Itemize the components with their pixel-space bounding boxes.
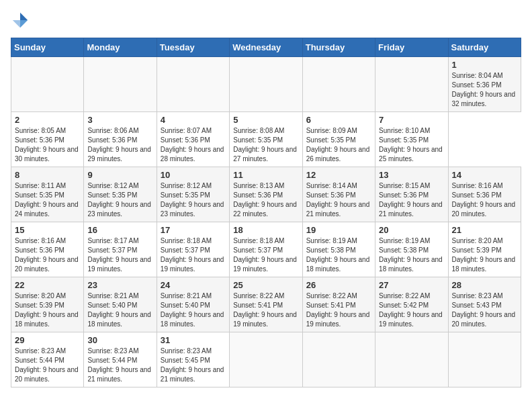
weekday-header: Wednesday [230, 38, 302, 57]
calendar-day-cell: 4Sunrise: 8:07 AMSunset: 5:36 PMDaylight… [157, 112, 229, 167]
day-number: 5 [233, 115, 298, 125]
calendar-day-cell: 13Sunrise: 8:15 AMSunset: 5:36 PMDayligh… [375, 167, 448, 222]
calendar-week-row: 15Sunrise: 8:16 AMSunset: 5:36 PMDayligh… [11, 222, 521, 277]
day-info: Sunrise: 8:10 AMSunset: 5:35 PMDaylight:… [379, 126, 444, 164]
calendar-day-cell: 26Sunrise: 8:22 AMSunset: 5:41 PMDayligh… [302, 277, 375, 332]
calendar-day-cell: 31Sunrise: 8:23 AMSunset: 5:45 PMDayligh… [157, 332, 229, 387]
calendar-day-cell: 20Sunrise: 8:19 AMSunset: 5:38 PMDayligh… [375, 222, 448, 277]
day-number: 26 [306, 280, 371, 290]
day-info: Sunrise: 8:19 AMSunset: 5:38 PMDaylight:… [379, 236, 444, 274]
day-number: 16 [87, 225, 152, 235]
day-number: 21 [452, 225, 517, 235]
day-info: Sunrise: 8:21 AMSunset: 5:40 PMDaylight:… [161, 291, 226, 329]
day-info: Sunrise: 8:14 AMSunset: 5:36 PMDaylight:… [306, 181, 371, 219]
weekday-header: Thursday [302, 38, 375, 57]
page-header [11, 11, 521, 30]
day-info: Sunrise: 8:12 AMSunset: 5:35 PMDaylight:… [87, 181, 152, 219]
weekday-header: Friday [375, 38, 448, 57]
day-number: 9 [87, 170, 152, 180]
logo [11, 11, 32, 30]
calendar-day-cell [11, 57, 84, 112]
calendar-day-cell: 12Sunrise: 8:14 AMSunset: 5:36 PMDayligh… [302, 167, 375, 222]
calendar-day-cell: 25Sunrise: 8:22 AMSunset: 5:41 PMDayligh… [230, 277, 302, 332]
calendar-day-cell [302, 332, 375, 387]
day-info: Sunrise: 8:19 AMSunset: 5:38 PMDaylight:… [306, 236, 371, 274]
calendar-day-cell [375, 332, 448, 387]
day-info: Sunrise: 8:09 AMSunset: 5:35 PMDaylight:… [306, 126, 371, 164]
calendar-day-cell [84, 57, 157, 112]
svg-marker-1 [20, 20, 28, 28]
calendar-body: 1Sunrise: 8:04 AMSunset: 5:36 PMDaylight… [11, 57, 521, 387]
day-info: Sunrise: 8:23 AMSunset: 5:44 PMDaylight:… [87, 347, 152, 384]
day-number: 6 [306, 115, 371, 125]
day-number: 3 [87, 115, 152, 125]
calendar-week-row: 2Sunrise: 8:05 AMSunset: 5:36 PMDaylight… [11, 112, 521, 167]
calendar-day-cell: 10Sunrise: 8:12 AMSunset: 5:35 PMDayligh… [157, 167, 229, 222]
day-info: Sunrise: 8:08 AMSunset: 5:35 PMDaylight:… [233, 126, 298, 164]
day-info: Sunrise: 8:21 AMSunset: 5:40 PMDaylight:… [87, 291, 152, 329]
calendar-day-cell [157, 57, 229, 112]
calendar-day-cell: 28Sunrise: 8:23 AMSunset: 5:43 PMDayligh… [448, 277, 521, 332]
day-info: Sunrise: 8:23 AMSunset: 5:43 PMDaylight:… [452, 291, 517, 329]
calendar-day-cell: 2Sunrise: 8:05 AMSunset: 5:36 PMDaylight… [11, 112, 84, 167]
calendar-day-cell: 9Sunrise: 8:12 AMSunset: 5:35 PMDaylight… [84, 167, 157, 222]
calendar-day-cell [448, 332, 521, 387]
calendar-day-cell: 30Sunrise: 8:23 AMSunset: 5:44 PMDayligh… [84, 332, 157, 387]
day-info: Sunrise: 8:23 AMSunset: 5:45 PMDaylight:… [161, 347, 226, 384]
calendar-day-cell: 5Sunrise: 8:08 AMSunset: 5:35 PMDaylight… [230, 112, 302, 167]
calendar-header-row: SundayMondayTuesdayWednesdayThursdayFrid… [11, 38, 521, 57]
calendar-day-cell: 16Sunrise: 8:17 AMSunset: 5:37 PMDayligh… [84, 222, 157, 277]
day-number: 4 [161, 115, 226, 125]
day-info: Sunrise: 8:20 AMSunset: 5:39 PMDaylight:… [15, 291, 80, 329]
day-info: Sunrise: 8:23 AMSunset: 5:44 PMDaylight:… [15, 347, 80, 384]
day-number: 14 [452, 170, 517, 180]
day-number: 10 [161, 170, 226, 180]
day-number: 18 [233, 225, 298, 235]
day-number: 31 [161, 335, 226, 345]
calendar-day-cell: 27Sunrise: 8:22 AMSunset: 5:42 PMDayligh… [375, 277, 448, 332]
day-info: Sunrise: 8:11 AMSunset: 5:35 PMDaylight:… [15, 181, 80, 219]
calendar-day-cell: 11Sunrise: 8:13 AMSunset: 5:36 PMDayligh… [230, 167, 302, 222]
day-number: 8 [15, 170, 80, 180]
day-number: 20 [379, 225, 444, 235]
calendar-day-cell [375, 57, 448, 112]
day-number: 19 [306, 225, 371, 235]
day-number: 23 [87, 280, 152, 290]
calendar-day-cell: 1Sunrise: 8:04 AMSunset: 5:36 PMDaylight… [448, 57, 521, 112]
calendar-day-cell [302, 57, 375, 112]
day-info: Sunrise: 8:04 AMSunset: 5:36 PMDaylight:… [452, 71, 517, 109]
calendar-week-row: 1Sunrise: 8:04 AMSunset: 5:36 PMDaylight… [11, 57, 521, 112]
svg-marker-2 [13, 20, 20, 28]
calendar-day-cell: 14Sunrise: 8:16 AMSunset: 5:36 PMDayligh… [448, 167, 521, 222]
calendar-table: SundayMondayTuesdayWednesdayThursdayFrid… [11, 38, 521, 387]
day-info: Sunrise: 8:05 AMSunset: 5:36 PMDaylight:… [15, 126, 80, 164]
day-number: 17 [161, 225, 226, 235]
day-info: Sunrise: 8:13 AMSunset: 5:36 PMDaylight:… [233, 181, 298, 219]
calendar-day-cell: 3Sunrise: 8:06 AMSunset: 5:36 PMDaylight… [84, 112, 157, 167]
day-info: Sunrise: 8:17 AMSunset: 5:37 PMDaylight:… [87, 236, 152, 274]
calendar-week-row: 8Sunrise: 8:11 AMSunset: 5:35 PMDaylight… [11, 167, 521, 222]
day-number: 29 [15, 335, 80, 345]
day-number: 28 [452, 280, 517, 290]
calendar-day-cell: 22Sunrise: 8:20 AMSunset: 5:39 PMDayligh… [11, 277, 84, 332]
day-info: Sunrise: 8:16 AMSunset: 5:36 PMDaylight:… [452, 181, 517, 219]
day-number: 30 [87, 335, 152, 345]
day-info: Sunrise: 8:22 AMSunset: 5:41 PMDaylight:… [306, 291, 371, 329]
day-info: Sunrise: 8:07 AMSunset: 5:36 PMDaylight:… [161, 126, 226, 164]
day-number: 13 [379, 170, 444, 180]
day-info: Sunrise: 8:06 AMSunset: 5:36 PMDaylight:… [87, 126, 152, 164]
calendar-week-row: 22Sunrise: 8:20 AMSunset: 5:39 PMDayligh… [11, 277, 521, 332]
day-number: 12 [306, 170, 371, 180]
calendar-day-cell: 17Sunrise: 8:18 AMSunset: 5:37 PMDayligh… [157, 222, 229, 277]
day-number: 11 [233, 170, 298, 180]
day-number: 1 [452, 60, 517, 70]
day-info: Sunrise: 8:20 AMSunset: 5:39 PMDaylight:… [452, 236, 517, 274]
svg-marker-0 [20, 13, 28, 20]
day-number: 25 [233, 280, 298, 290]
day-info: Sunrise: 8:22 AMSunset: 5:41 PMDaylight:… [233, 291, 298, 329]
calendar-day-cell: 24Sunrise: 8:21 AMSunset: 5:40 PMDayligh… [157, 277, 229, 332]
calendar-day-cell: 29Sunrise: 8:23 AMSunset: 5:44 PMDayligh… [11, 332, 84, 387]
day-info: Sunrise: 8:15 AMSunset: 5:36 PMDaylight:… [379, 181, 444, 219]
calendar-day-cell: 23Sunrise: 8:21 AMSunset: 5:40 PMDayligh… [84, 277, 157, 332]
calendar-day-cell: 15Sunrise: 8:16 AMSunset: 5:36 PMDayligh… [11, 222, 84, 277]
